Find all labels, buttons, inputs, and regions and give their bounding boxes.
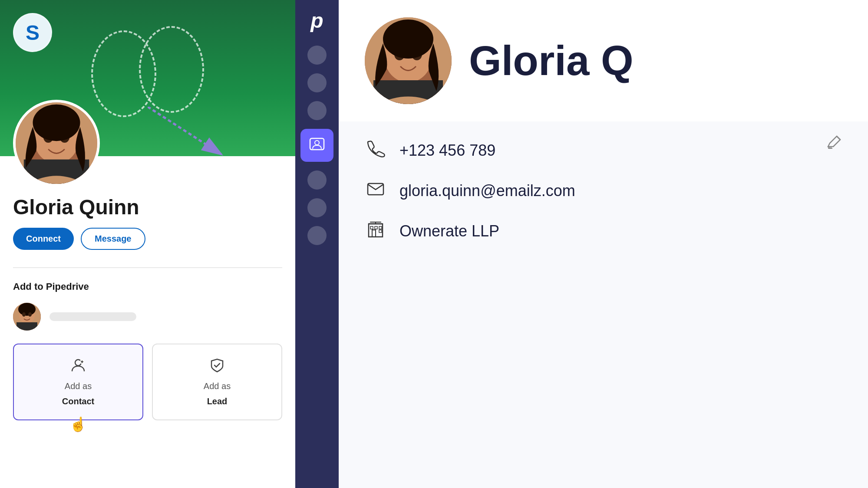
linkedin-logo: S <box>13 13 52 52</box>
right-panel: Gloria Q +123 456 789 <box>339 0 868 488</box>
svg-rect-36 <box>370 226 373 229</box>
add-as-lead-button[interactable]: Add as Lead <box>152 344 282 420</box>
contact-name: Gloria Q <box>469 40 842 82</box>
mini-avatar <box>13 303 41 331</box>
svg-rect-37 <box>375 226 377 229</box>
profile-avatar-banner <box>13 100 100 187</box>
sidebar: p <box>295 0 339 488</box>
contact-icon <box>70 357 86 376</box>
add-as-lead-bold: Lead <box>207 396 228 406</box>
svg-point-15 <box>22 312 26 317</box>
sidebar-dot-6[interactable] <box>307 226 327 245</box>
company-row: Ownerate LLP <box>365 219 842 242</box>
svg-rect-39 <box>379 230 382 233</box>
add-as-contact-button[interactable]: Add as Contact ☝️ <box>13 344 143 420</box>
company-icon <box>365 219 386 242</box>
svg-point-14 <box>18 303 36 316</box>
message-button[interactable]: Message <box>81 228 145 250</box>
profile-info: Gloria Quinn Connect Message Add to Pipe… <box>0 156 295 429</box>
right-content: +123 456 789 gloria.quinn@emailz.com <box>339 121 868 488</box>
svg-rect-21 <box>310 138 324 150</box>
avatar-face-svg <box>16 102 97 184</box>
svg-rect-38 <box>379 226 382 229</box>
linkedin-logo-area: S <box>13 13 52 52</box>
add-to-pipedrive-label: Add to Pipedrive <box>13 281 282 292</box>
dashed-oval-right <box>139 26 204 113</box>
email-row: gloria.quinn@emailz.com <box>365 179 842 202</box>
divider <box>13 267 282 268</box>
svg-rect-35 <box>372 230 376 237</box>
right-avatar <box>365 17 452 104</box>
email-value: gloria.quinn@emailz.com <box>399 182 575 200</box>
profile-actions: Connect Message <box>13 228 282 250</box>
lead-icon <box>209 357 225 376</box>
phone-icon <box>365 139 386 162</box>
connect-button[interactable]: Connect <box>13 228 74 250</box>
sidebar-logo: p <box>310 9 323 33</box>
contact-name-area: Gloria Q <box>469 40 842 82</box>
edit-button[interactable] <box>826 134 842 154</box>
phone-row: +123 456 789 <box>365 139 842 162</box>
right-header: Gloria Q <box>339 0 868 121</box>
add-as-contact-label: Add as <box>65 381 92 391</box>
add-as-lead-label: Add as <box>204 381 231 391</box>
sidebar-dot-2[interactable] <box>307 73 327 92</box>
phone-value: +123 456 789 <box>399 141 495 160</box>
svg-point-10 <box>33 105 80 141</box>
svg-rect-13 <box>17 322 37 331</box>
pipedrive-section <box>13 303 282 331</box>
svg-line-1 <box>148 107 221 154</box>
arrow-svg <box>148 107 234 167</box>
add-buttons-row: Add as Contact ☝️ Add as Lead <box>13 344 282 420</box>
sidebar-dot-1[interactable] <box>307 46 327 65</box>
cursor-icon: ☝️ <box>69 416 87 432</box>
sidebar-dot-4[interactable] <box>307 170 327 190</box>
add-as-contact-bold: Contact <box>62 396 94 406</box>
profile-banner: S <box>0 0 295 156</box>
company-value: Ownerate LLP <box>399 222 499 240</box>
sidebar-dot-3[interactable] <box>307 101 327 120</box>
svg-point-22 <box>315 141 319 145</box>
animation-container <box>87 22 217 143</box>
right-avatar-svg <box>365 17 452 104</box>
left-panel: S <box>0 0 295 488</box>
sidebar-contacts-button[interactable] <box>300 129 333 162</box>
svg-point-31 <box>383 20 433 59</box>
contacts-icon <box>309 138 325 154</box>
svg-point-16 <box>28 312 32 317</box>
mini-avatar-svg <box>13 303 41 331</box>
profile-name: Gloria Quinn <box>13 195 282 219</box>
sidebar-dot-5[interactable] <box>307 198 327 217</box>
email-icon <box>365 179 386 202</box>
loading-bar <box>50 312 136 321</box>
